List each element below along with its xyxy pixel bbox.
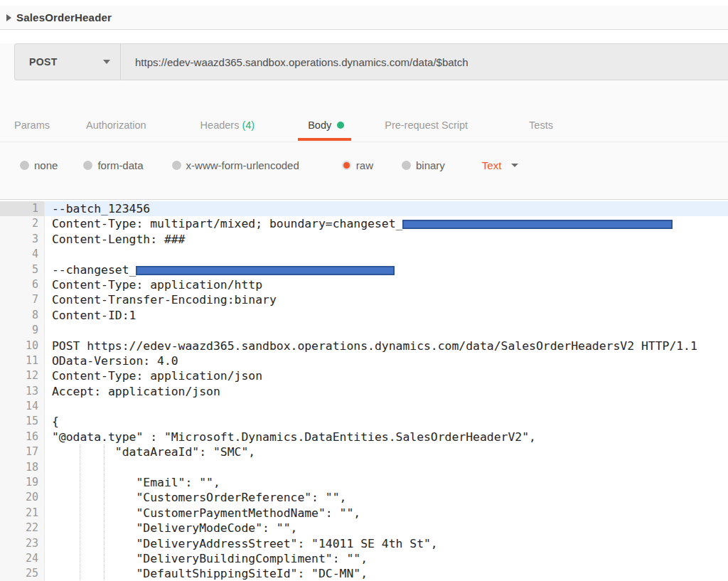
code-line: 13Accept: application/json bbox=[0, 384, 728, 399]
url-input[interactable]: https://edev-waazd365.sandbox.operations… bbox=[121, 43, 728, 80]
line-number: 13 bbox=[0, 384, 45, 399]
line-number: 5 bbox=[0, 262, 45, 277]
code-text[interactable]: "CustomersOrderReference": "", bbox=[45, 490, 728, 505]
top-spacer bbox=[0, 0, 728, 6]
radio-label: none bbox=[34, 159, 58, 171]
line-number: 6 bbox=[0, 277, 45, 292]
radio-binary[interactable]: binary bbox=[402, 159, 445, 171]
radio-raw[interactable]: raw bbox=[342, 159, 373, 171]
format-dropdown[interactable]: Text bbox=[482, 159, 519, 171]
code-line: 25 "DefaultShippingSiteId": "DC-MN", bbox=[0, 566, 728, 581]
line-number: 3 bbox=[0, 232, 45, 247]
code-text[interactable]: { bbox=[45, 414, 728, 429]
code-line: 7Content-Transfer-Encoding:binary bbox=[0, 292, 728, 307]
code-text[interactable]: "DeliveryAddressStreet": "14011 SE 4th S… bbox=[45, 536, 728, 551]
collection-header[interactable]: SalesOrderHeader bbox=[0, 6, 728, 30]
code-line: 2Content-Type: multipart/mixed; boundary… bbox=[0, 216, 728, 231]
code-text[interactable]: --changeset_ bbox=[45, 262, 728, 277]
radio-form-data[interactable]: form-data bbox=[83, 159, 143, 171]
tab-params[interactable]: Params bbox=[14, 109, 50, 142]
tab-label: Headers bbox=[200, 119, 240, 131]
code-line: 10POST https://edev-waazd365.sandbox.ope… bbox=[0, 339, 728, 353]
code-text[interactable]: Content-ID:1 bbox=[45, 308, 728, 323]
radio-icon bbox=[20, 161, 29, 170]
code-text[interactable] bbox=[45, 460, 728, 475]
line-number: 16 bbox=[0, 430, 45, 444]
line-number: 20 bbox=[0, 490, 45, 505]
code-text[interactable]: "DeliveryBuildingCompliment": "", bbox=[45, 551, 728, 566]
code-text[interactable]: Content-Type: multipart/mixed; boundary=… bbox=[45, 216, 728, 231]
tab-tests[interactable]: Tests bbox=[529, 109, 553, 142]
radio-icon bbox=[83, 161, 92, 170]
line-number: 10 bbox=[0, 339, 45, 353]
raw-body-editor[interactable]: 1--batch_1234562Content-Type: multipart/… bbox=[0, 199, 728, 581]
code-text[interactable]: Accept: application/json bbox=[45, 384, 728, 399]
tab-label: Params bbox=[14, 119, 50, 131]
code-text[interactable] bbox=[45, 399, 728, 414]
code-line: 6Content-Type: application/http bbox=[0, 277, 728, 292]
collapse-arrow-icon[interactable] bbox=[6, 14, 11, 21]
line-number: 1 bbox=[0, 201, 45, 216]
code-text[interactable]: Content-Length: ### bbox=[45, 232, 728, 247]
code-text[interactable]: "DefaultShippingSiteId": "DC-MN", bbox=[45, 566, 728, 581]
tab-pre-request-script[interactable]: Pre-request Script bbox=[385, 109, 468, 142]
code-text[interactable] bbox=[45, 247, 728, 262]
code-line: 1--batch_123456 bbox=[0, 201, 728, 216]
radio-label: raw bbox=[356, 159, 373, 171]
body-has-content-dot-icon bbox=[337, 122, 344, 129]
line-number: 12 bbox=[0, 368, 45, 383]
chevron-down-icon bbox=[511, 164, 518, 167]
code-text[interactable]: "dataAreaId": "SMC", bbox=[45, 444, 728, 459]
code-line: 20 "CustomersOrderReference": "", bbox=[0, 490, 728, 505]
url-text: https://edev-waazd365.sandbox.operations… bbox=[135, 56, 469, 68]
code-line: 18 bbox=[0, 460, 728, 475]
code-text[interactable]: Content-Type: application/json bbox=[45, 368, 728, 383]
line-number: 15 bbox=[0, 414, 45, 429]
tab-headers[interactable]: Headers (4) bbox=[200, 109, 255, 142]
code-text[interactable]: "@odata.type" : "Microsoft.Dynamics.Data… bbox=[45, 430, 728, 444]
tab-label: Authorization bbox=[86, 119, 146, 131]
code-line: 24 "DeliveryBuildingCompliment": "", bbox=[0, 551, 728, 566]
code-text[interactable]: OData-Version: 4.0 bbox=[45, 353, 728, 368]
redaction-bar bbox=[136, 266, 395, 275]
code-text[interactable]: "DeliveryModeCode": "", bbox=[45, 521, 728, 535]
radio-x-www-form-urlencoded[interactable]: x-www-form-urlencoded bbox=[172, 159, 299, 171]
line-number: 11 bbox=[0, 353, 45, 368]
code-line: 19 "Email": "", bbox=[0, 475, 728, 490]
code-line: 12Content-Type: application/json bbox=[0, 368, 728, 383]
http-method-dropdown[interactable]: POST bbox=[14, 43, 121, 80]
code-text[interactable]: "Email": "", bbox=[45, 475, 728, 490]
line-number: 7 bbox=[0, 292, 45, 307]
body-type-selector: none form-data x-www-form-urlencoded raw… bbox=[0, 142, 728, 185]
radio-icon bbox=[172, 161, 181, 170]
format-dropdown-label: Text bbox=[482, 159, 502, 171]
tab-label: Body bbox=[308, 119, 331, 131]
code-text[interactable] bbox=[45, 323, 728, 338]
radio-selected-icon bbox=[342, 161, 351, 170]
code-text[interactable]: POST https://edev-waazd365.sandbox.opera… bbox=[45, 339, 728, 353]
line-number: 14 bbox=[0, 399, 45, 414]
tab-authorization[interactable]: Authorization bbox=[86, 109, 146, 142]
code-text[interactable]: "CustomerPaymentMethodName": "", bbox=[45, 506, 728, 521]
postman-request-window: SalesOrderHeader POST https://edev-waazd… bbox=[0, 0, 728, 581]
radio-label: binary bbox=[416, 159, 445, 171]
tab-body[interactable]: Body bbox=[308, 109, 344, 142]
code-text[interactable]: --batch_123456 bbox=[45, 201, 728, 216]
radio-none[interactable]: none bbox=[20, 159, 58, 171]
url-row: POST https://edev-waazd365.sandbox.opera… bbox=[14, 43, 728, 80]
code-line: 9 bbox=[0, 323, 728, 338]
line-number: 21 bbox=[0, 506, 45, 521]
redaction-bar bbox=[402, 220, 673, 229]
line-number: 17 bbox=[0, 444, 45, 459]
code-line: 8Content-ID:1 bbox=[0, 308, 728, 323]
tab-label: Pre-request Script bbox=[385, 119, 468, 131]
http-method-label: POST bbox=[29, 56, 58, 68]
line-number: 18 bbox=[0, 460, 45, 475]
radio-icon bbox=[402, 161, 411, 170]
line-number: 24 bbox=[0, 551, 45, 566]
code-text[interactable]: Content-Transfer-Encoding:binary bbox=[45, 292, 728, 307]
code-line: 15{ bbox=[0, 414, 728, 429]
radio-label: x-www-form-urlencoded bbox=[186, 159, 299, 171]
code-text[interactable]: Content-Type: application/http bbox=[45, 277, 728, 292]
code-line: 3Content-Length: ### bbox=[0, 232, 728, 247]
